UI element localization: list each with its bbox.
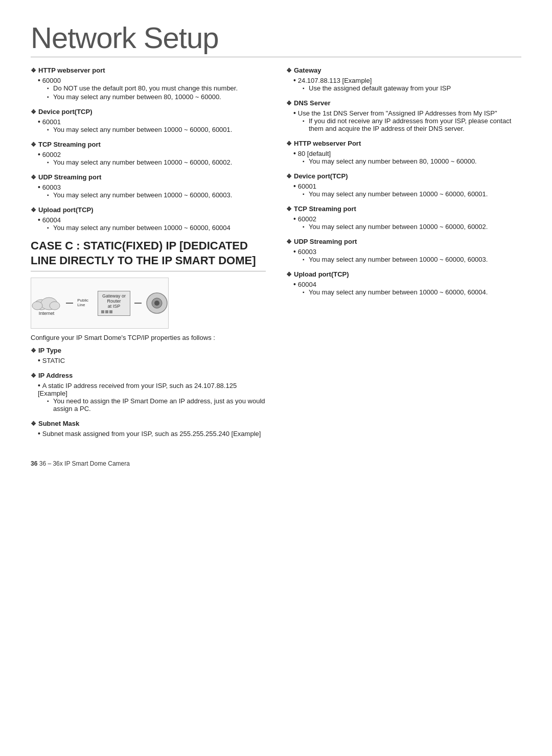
internet-cloud: Internet (31, 290, 62, 316)
list-item: 80 [default] You may select any number b… (293, 149, 521, 165)
section-udp-streaming-port: UDP Streaming port 60003 You may select … (31, 173, 266, 199)
svg-point-3 (50, 302, 60, 310)
section-heading-udp-streaming-port-right: UDP Streaming port (286, 238, 521, 245)
bullet-list-tcp-streaming-port: 60002 You may select any number between … (31, 150, 266, 166)
config-text: Configure your IP Smart Dome's TCP/IP pr… (31, 334, 266, 341)
bullet-list-upload-port-tcp-right: 60004 You may select any number between … (286, 280, 521, 296)
list-item: You may select any number between 10000 … (303, 190, 521, 198)
list-item: 60000 Do NOT use the default port 80, yo… (38, 76, 266, 101)
section-heading-dns-server: DNS Server (286, 99, 521, 107)
section-tcp-streaming-port: TCP Streaming port 60002 You may select … (31, 141, 266, 166)
section-heading-gateway: Gateway (286, 66, 521, 74)
section-ip-type: IP Type STATIC (31, 347, 266, 364)
list-item: You may select any number between 10000 … (303, 223, 521, 231)
list-item: You may select any number between 10000 … (303, 256, 521, 263)
sub-bullet-list: You may select any number between 10000 … (38, 126, 266, 133)
router-box: Gateway or Router at ISP (98, 291, 130, 316)
section-http-webserver-port-right: HTTP webserver Port 80 [default] You may… (286, 140, 521, 165)
sub-bullet-list: Do NOT use the default port 80, you must… (38, 84, 266, 101)
list-item: You may select any number between 80, 10… (47, 93, 266, 101)
router-section: Gateway or Router at ISP (98, 291, 130, 316)
list-item: A static IP address received from your I… (38, 381, 266, 413)
router-ports (101, 310, 127, 313)
list-item: You need to assign the IP Smart Dome an … (47, 397, 266, 413)
list-item: You may select any number between 80, 10… (303, 157, 521, 165)
line-connector-2 (134, 303, 142, 304)
list-item: You may select any number between 10000 … (303, 288, 521, 296)
section-device-port-tcp-right: Device port(TCP) 60001 You may select an… (286, 172, 521, 198)
sub-bullet-list: You may select any number between 10000 … (293, 190, 521, 198)
bullet-list-udp-streaming-port-right: 60003 You may select any number between … (286, 247, 521, 263)
sub-bullet-list: You may select any number between 10000 … (38, 158, 266, 166)
section-udp-streaming-port-right: UDP Streaming port 60003 You may select … (286, 238, 521, 263)
section-heading-tcp-streaming-port: TCP Streaming port (31, 141, 266, 148)
bullet-list-device-port-tcp-right: 60001 You may select any number between … (286, 182, 521, 198)
page-number: 36 (31, 460, 37, 467)
list-item: 60003 You may select any number between … (38, 183, 266, 199)
list-item: You may select any number between 10000 … (47, 224, 266, 232)
list-item: 60001 You may select any number between … (293, 182, 521, 198)
section-heading-upload-port-tcp-right: Upload port(TCP) (286, 270, 521, 278)
bullet-list-ip-address: A static IP address received from your I… (31, 381, 266, 413)
port-icon (109, 310, 112, 313)
list-item: 60002 You may select any number between … (38, 150, 266, 166)
section-tcp-streaming-port-right: TCP Streaming port 60002 You may select … (286, 205, 521, 231)
section-subnet-mask: Subnet Mask Subnet mask assigned from yo… (31, 420, 266, 438)
list-item: Use the assigned default gateway from yo… (303, 84, 521, 92)
bullet-list-ip-type: STATIC (31, 356, 266, 364)
list-item: 24.107.88.113 [Example] Use the assigned… (293, 76, 521, 92)
section-heading-device-port-tcp: Device port(TCP) (31, 108, 266, 116)
camera-icon (146, 292, 168, 314)
list-item: 60004 You may select any number between … (293, 280, 521, 296)
bullet-list-udp-streaming-port: 60003 You may select any number between … (31, 183, 266, 199)
list-item: Use the 1st DNS Server from "Assigned IP… (293, 109, 521, 132)
port-icon (101, 310, 104, 313)
bullet-list-dns-server: Use the 1st DNS Server from "Assigned IP… (286, 109, 521, 132)
router-sublabel: at ISP (101, 304, 127, 309)
section-dns-server: DNS Server Use the 1st DNS Server from "… (286, 99, 521, 132)
list-item: You may select any number between 10000 … (47, 126, 266, 133)
section-heading-upload-port-tcp: Upload port(TCP) (31, 206, 266, 214)
list-item: You may select any number between 10000 … (47, 158, 266, 166)
router-label: Gateway or Router (101, 293, 127, 304)
sub-bullet-list: You may select any number between 10000 … (293, 288, 521, 296)
list-item: 60002 You may select any number between … (293, 215, 521, 231)
bullet-list-tcp-streaming-port-right: 60002 You may select any number between … (286, 215, 521, 231)
diagram-inner: Internet Public Line Gateway or Router a… (31, 290, 168, 316)
section-heading-udp-streaming-port: UDP Streaming port (31, 173, 266, 181)
list-item: 60003 You may select any number between … (293, 247, 521, 263)
svg-point-2 (32, 302, 42, 310)
bullet-list-subnet-mask: Subnet mask assigned from your ISP, such… (31, 429, 266, 438)
sub-bullet-list: You may select any number between 10000 … (293, 223, 521, 231)
section-http-webserver-port: HTTP webserver port 60000 Do NOT use the… (31, 66, 266, 101)
bullet-list-http-webserver-port-right: 80 [default] You may select any number b… (286, 149, 521, 165)
page-footer: 36 36 – 36x IP Smart Dome Camera (31, 460, 521, 467)
section-ip-address: IP Address A static IP address received … (31, 372, 266, 413)
sub-bullet-list: If you did not receive any IP addresses … (293, 117, 521, 132)
sub-bullet-list: Use the assigned default gateway from yo… (293, 84, 521, 92)
case-c-title: CASE C : STATIC(FIXED) IP [DEDICATED LIN… (31, 239, 266, 271)
public-line-label: Public Line (77, 298, 91, 308)
section-upload-port-tcp: Upload port(TCP) 60004 You may select an… (31, 206, 266, 232)
sub-bullet-list: You need to assign the IP Smart Dome an … (38, 397, 266, 413)
sub-bullet-list: You may select any number between 10000 … (38, 191, 266, 199)
network-diagram: Internet Public Line Gateway or Router a… (31, 278, 169, 329)
section-gateway: Gateway 24.107.88.113 [Example] Use the … (286, 66, 521, 92)
list-item: 60004 You may select any number between … (38, 216, 266, 232)
camera-section (146, 292, 168, 314)
list-item: STATIC (38, 356, 266, 364)
list-item: Do NOT use the default port 80, you must… (47, 84, 266, 92)
right-column: Gateway 24.107.88.113 [Example] Use the … (286, 66, 521, 445)
internet-label: Internet (39, 311, 55, 316)
list-item: You may select any number between 10000 … (47, 191, 266, 199)
section-heading-http-webserver-port-right: HTTP webserver Port (286, 140, 521, 147)
bullet-list-device-port-tcp: 60001 You may select any number between … (31, 118, 266, 133)
sub-bullet-list: You may select any number between 10000 … (38, 224, 266, 232)
bullet-list-gateway: 24.107.88.113 [Example] Use the assigned… (286, 76, 521, 92)
section-device-port-tcp: Device port(TCP) 60001 You may select an… (31, 108, 266, 133)
footer-text: 36 – 36x IP Smart Dome Camera (39, 460, 130, 467)
main-content: HTTP webserver port 60000 Do NOT use the… (31, 66, 521, 445)
cloud-icon (31, 290, 62, 311)
left-column: HTTP webserver port 60000 Do NOT use the… (31, 66, 266, 445)
section-heading-device-port-tcp-right: Device port(TCP) (286, 172, 521, 180)
